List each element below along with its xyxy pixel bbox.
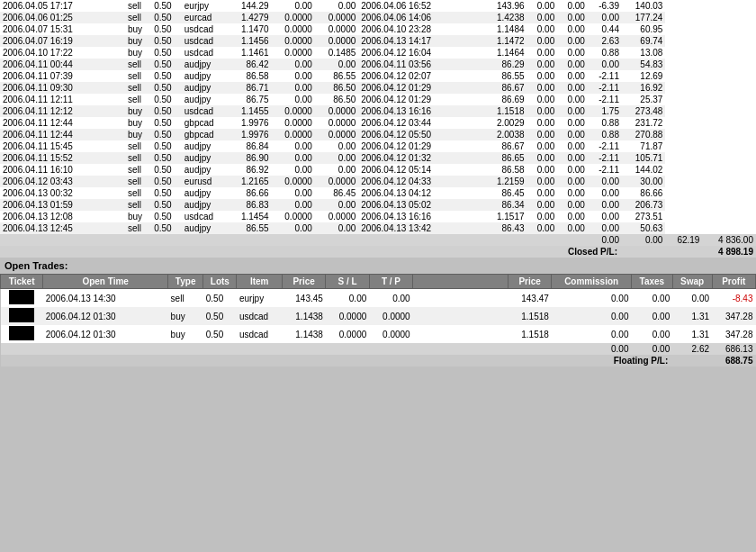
close-price: 86.45: [483, 187, 526, 199]
trade-item: usdcad: [182, 35, 228, 47]
trade-price: 86.42: [228, 59, 271, 70]
trade-type: buy: [125, 129, 151, 140]
trade-taxes: 0.00: [557, 222, 588, 234]
trade-price: 86.58: [228, 70, 271, 82]
blank-cell: [413, 325, 508, 343]
trade-commission: 0.00: [527, 176, 558, 187]
close-time: 2006.04.06 14:06: [358, 12, 483, 23]
trade-taxes: 0.00: [557, 105, 588, 117]
ticket-cell: [1, 289, 43, 308]
trade-swap: 0.44: [588, 23, 622, 35]
close-price: 2.0029: [483, 117, 526, 129]
trade-tp: 0.00: [315, 222, 358, 234]
trade-profit: 140.03: [622, 0, 665, 12]
trade-price: 1.4279: [228, 12, 271, 23]
trade-type: sell: [125, 82, 151, 94]
trade-commission: 0.00: [527, 94, 558, 105]
trade-sl: 0.0000: [272, 129, 315, 140]
col-type: Type: [168, 275, 203, 289]
trade-lots: 0.50: [151, 164, 182, 176]
trade-item: usdcad: [182, 47, 228, 59]
trade-tp: 0.00: [315, 0, 358, 12]
trade-tp: 0.0000: [315, 176, 358, 187]
trade-tp: 0.00: [315, 140, 358, 152]
closed-trade-row: 2006.04.11 09:30 sell 0.50 audjpy 86.71 …: [0, 82, 756, 94]
trade-swap: -2.11: [588, 94, 622, 105]
trade-profit: 50.63: [622, 222, 665, 234]
trade-price: 1.1455: [228, 105, 271, 117]
trade-sl: 0.0000: [326, 325, 369, 343]
trade-type: sell: [125, 187, 151, 199]
trade-taxes: 0.00: [557, 187, 588, 199]
trade-sl: 0.00: [272, 164, 315, 176]
closed-trade-row: 2006.04.11 12:44 buy 0.50 gbpcad 1.9976 …: [0, 129, 756, 140]
closed-trade-row: 2006.04.05 17:17 sell 0.50 eurjpy 144.29…: [0, 0, 756, 12]
trade-sl: 0.00: [326, 289, 369, 308]
trade-type: buy: [125, 211, 151, 222]
closed-trade-row: 2006.04.12 03:43 sell 0.50 eurusd 1.2165…: [0, 176, 756, 187]
open-sum-profit: 686.13: [712, 343, 755, 355]
open-trade-row: 2006.04.12 01:30 buy 0.50 usdcad 1.1438 …: [1, 325, 756, 343]
trade-type: sell: [125, 94, 151, 105]
trade-price: 144.29: [228, 0, 271, 12]
col-blank: [413, 275, 508, 289]
close-price: 86.43: [483, 222, 526, 234]
closed-trade-row: 2006.04.11 12:11 sell 0.50 audjpy 86.75 …: [0, 94, 756, 105]
close-time: 2006.04.13 13:42: [358, 222, 483, 234]
trade-sl: 0.00: [272, 94, 315, 105]
trade-tp: 86.50: [315, 82, 358, 94]
close-time: 2006.04.12 05:50: [358, 129, 483, 140]
sum-taxes: 0.00: [622, 234, 665, 246]
trade-lots: 0.50: [151, 82, 182, 94]
trade-item: audjpy: [182, 199, 228, 211]
closed-trade-row: 2006.04.11 12:44 buy 0.50 gbpcad 1.9976 …: [0, 117, 756, 129]
summary-row: 0.00 0.00 62.19 4 836.00: [0, 234, 756, 246]
col-commission: Commission: [552, 275, 632, 289]
open-trade-row: 2006.04.12 01:30 buy 0.50 usdcad 1.1438 …: [1, 307, 756, 325]
closed-trade-row: 2006.04.11 15:52 sell 0.50 audjpy 86.90 …: [0, 152, 756, 164]
close-time: 2006.04.12 03:44: [358, 117, 483, 129]
trade-swap: -2.11: [588, 82, 622, 94]
trade-item: gbpcad: [182, 129, 228, 140]
col-ticket: Ticket: [1, 275, 43, 289]
trade-taxes: 0.00: [631, 289, 672, 308]
trade-item: audjpy: [182, 222, 228, 234]
trade-commission: 0.00: [527, 23, 558, 35]
blank-cell: [413, 289, 508, 308]
ticket-cell: [1, 307, 43, 325]
trade-profit: 347.28: [712, 307, 755, 325]
trade-commission: 0.00: [527, 12, 558, 23]
trade-item: usdcad: [182, 23, 228, 35]
trade-tp: 0.0000: [315, 129, 358, 140]
open-time: 2006.04.06 01:25: [0, 12, 125, 23]
trade-lots: 0.50: [151, 0, 182, 12]
col-price2: Price: [508, 275, 551, 289]
open-time: 2006.04.11 15:45: [0, 140, 125, 152]
trade-type: sell: [168, 289, 203, 308]
trade-price: 86.90: [228, 152, 271, 164]
trade-sl: 0.00: [272, 0, 315, 12]
trade-profit: 60.95: [622, 23, 665, 35]
close-price: 1.1518: [483, 105, 526, 117]
close-price: 1.2159: [483, 176, 526, 187]
trade-swap: 1.31: [672, 325, 712, 343]
trade-sl: 0.0000: [272, 35, 315, 47]
open-time: 2006.04.11 07:39: [0, 70, 125, 82]
trade-item: audjpy: [182, 140, 228, 152]
trade-swap: 1.31: [672, 307, 712, 325]
open-time: 2006.04.12 03:43: [0, 176, 125, 187]
open-time: 2006.04.11 16:10: [0, 164, 125, 176]
close-price: 86.34: [483, 199, 526, 211]
close-time: 2006.04.13 14:17: [358, 35, 483, 47]
trade-price: 86.71: [228, 82, 271, 94]
closed-trade-row: 2006.04.10 17:22 buy 0.50 usdcad 1.1461 …: [0, 47, 756, 59]
open-time: 2006.04.11 12:44: [0, 117, 125, 129]
trade-type: buy: [125, 117, 151, 129]
close-price: 143.96: [483, 0, 526, 12]
trade-taxes: 0.00: [557, 211, 588, 222]
trade-type: buy: [168, 325, 203, 343]
closed-trade-row: 2006.04.13 12:08 buy 0.50 usdcad 1.1454 …: [0, 211, 756, 222]
trade-item: eurjpy: [237, 289, 283, 308]
closed-trade-row: 2006.04.11 16:10 sell 0.50 audjpy 86.92 …: [0, 164, 756, 176]
trade-sl: 0.0000: [272, 211, 315, 222]
